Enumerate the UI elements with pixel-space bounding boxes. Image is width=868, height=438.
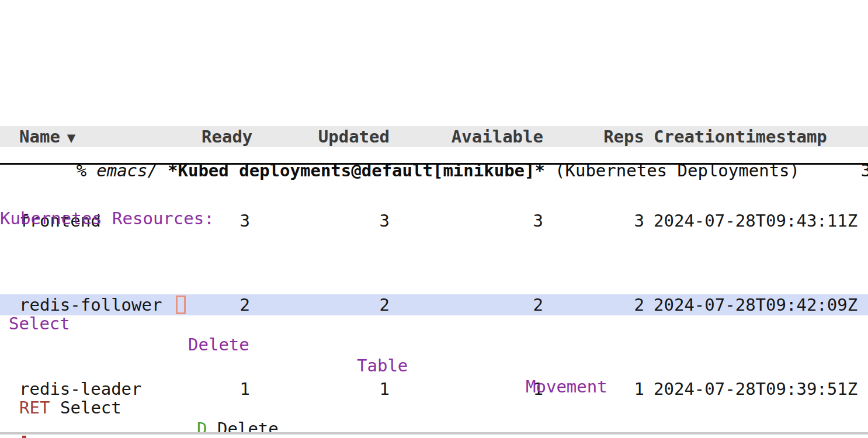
- binding-delete[interactable]: DDelete: [197, 418, 207, 438]
- emacs-frame: Name▼ Ready Updated Available Reps Creat…: [0, 0, 868, 438]
- transient-group-headings: Select Delete Table Movement: [0, 292, 868, 313]
- clipped-next-line-glyph: [22, 436, 26, 438]
- mode-line-left: %emacs/*Kubed deployments@default[miniku…: [15, 139, 800, 163]
- key-label: RET: [19, 398, 50, 418]
- mode-line: %emacs/*Kubed deployments@default[miniku…: [0, 139, 868, 165]
- transient-menu: Kubernetes Resources: Select Delete Tabl…: [0, 166, 868, 438]
- window-divider: [0, 432, 868, 434]
- key-label: D: [197, 419, 207, 438]
- transient-row: RETSelect DDelete |Fit column nNext line: [0, 376, 868, 397]
- group-heading-select: Select: [9, 313, 70, 334]
- binding-select[interactable]: RETSelect: [19, 397, 50, 418]
- transient-title: Kubernetes Resources:: [0, 208, 868, 229]
- group-heading-table: Table: [357, 355, 408, 376]
- binding-desc: Delete: [217, 418, 279, 438]
- group-heading-delete: Delete: [188, 334, 249, 355]
- mode-line-right: 3|18Bot/450: [800, 139, 868, 163]
- binding-desc: Select: [60, 397, 121, 418]
